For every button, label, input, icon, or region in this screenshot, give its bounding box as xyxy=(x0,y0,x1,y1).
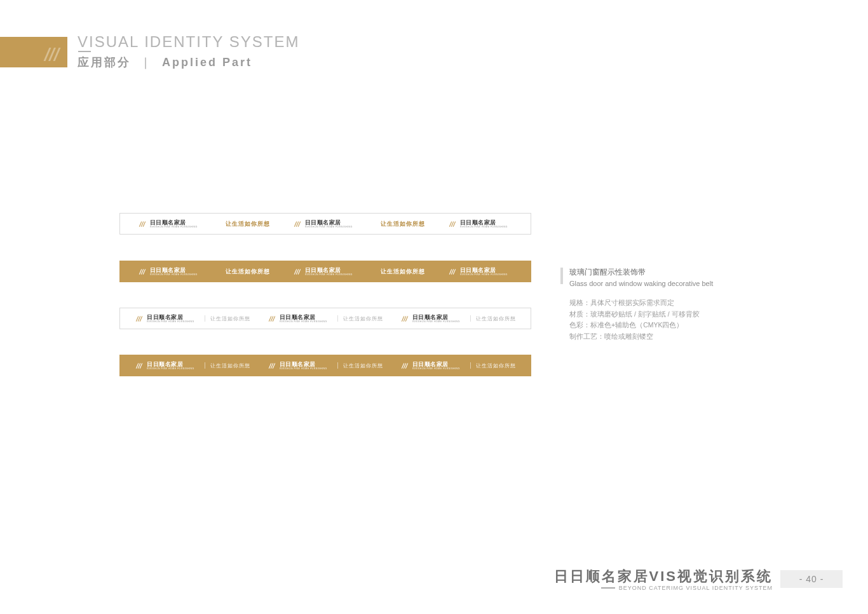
brand-logo: 日日顺名家居RIRISHUN FINE HOME FURNISHING xyxy=(138,219,203,228)
logo-slogan-unit: 日日顺名家居RIRISHUN FINE HOME FURNISHING 让生活如… xyxy=(135,361,250,370)
slogan-text: 让生活如你所想 xyxy=(476,315,516,322)
brand-mark-icon xyxy=(41,42,64,65)
slogan-text: 让生活如你所想 xyxy=(476,362,516,369)
brand-mark-icon xyxy=(268,314,276,323)
brand-mark-icon xyxy=(448,267,457,276)
slogan-text: 让生活如你所想 xyxy=(343,315,383,322)
footer-brand: 日日顺名家居VIS视觉识别系统 BEYOND CATERIMG VISUAL I… xyxy=(554,567,773,591)
logo-slogan-unit: 日日顺名家居RIRISHUN FINE HOME FURNISHING 让生活如… xyxy=(400,361,516,370)
brand-mark-icon xyxy=(138,219,147,228)
divider-icon xyxy=(337,362,338,369)
brand-mark-icon xyxy=(293,267,302,276)
page-footer: 日日顺名家居VIS视觉识别系统 BEYOND CATERIMG VISUAL I… xyxy=(521,567,868,591)
brand-mark-icon xyxy=(400,361,409,370)
logo-slogan-unit: 日日顺名家居RIRISHUN FINE HOME FURNISHING 让生活如… xyxy=(268,314,383,323)
brand-mark-icon xyxy=(138,267,147,276)
brand-mark-icon xyxy=(268,361,276,370)
brand-mark-icon xyxy=(135,314,144,323)
belt-style-a: 日日顺名家居RIRISHUN FINE HOME FURNISHING 让生活如… xyxy=(119,213,531,235)
header-title-sep: ｜ xyxy=(140,56,153,69)
brand-logo: 日日顺名家居RIRISHUN FINE HOME FURNISHING xyxy=(448,267,513,276)
header-title-cn: 应用部分 ｜ Applied Part xyxy=(78,55,252,70)
spec-line: 色彩：标准色+辅助色（CMYK四色） xyxy=(569,320,751,331)
logo-slogan-unit: 日日顺名家居RIRISHUN FINE HOME FURNISHING 让生活如… xyxy=(135,314,250,323)
brand-logo: 日日顺名家居RIRISHUN FINE HOME FURNISHING xyxy=(293,219,358,228)
header-rule xyxy=(78,51,91,52)
divider-icon xyxy=(205,315,205,322)
page-number: - 40 - xyxy=(780,570,843,588)
brand-mark-icon xyxy=(293,219,302,228)
slogan-text: 让生活如你所想 xyxy=(343,362,383,369)
spec-line: 制作工艺：喷绘或雕刻镂空 xyxy=(569,331,751,343)
brand-logo: 日日顺名家居RIRISHUN FINE HOME FURNISHING xyxy=(138,267,203,276)
slogan-text: 让生活如你所想 xyxy=(210,315,250,322)
header-title-sub: Applied Part xyxy=(162,56,252,69)
brand-mark-icon xyxy=(448,219,457,228)
header-title-en: VISUAL IDENTITY SYSTEM xyxy=(78,33,299,51)
spec-line: 规格：具体尺寸根据实际需求而定 xyxy=(569,297,751,309)
divider-icon xyxy=(205,362,205,369)
divider-icon xyxy=(337,315,338,322)
slogan-text: 让生活如你所想 xyxy=(226,220,270,228)
slogan-text: 让生活如你所想 xyxy=(381,220,425,228)
logo-slogan-unit: 日日顺名家居RIRISHUN FINE HOME FURNISHING 让生活如… xyxy=(268,361,383,370)
slogan-text: 让生活如你所想 xyxy=(210,362,250,369)
brand-mark-icon xyxy=(135,361,144,370)
footer-brand-cn: 日日顺名家居VIS视觉识别系统 xyxy=(554,567,773,586)
belt-style-d: 日日顺名家居RIRISHUN FINE HOME FURNISHING 让生活如… xyxy=(119,355,531,376)
brand-mark-icon xyxy=(400,314,409,323)
slogan-text: 让生活如你所想 xyxy=(381,268,425,276)
spec-title-en: Glass door and window waking decorative … xyxy=(569,278,751,290)
logo-slogan-unit: 日日顺名家居RIRISHUN FINE HOME FURNISHING 让生活如… xyxy=(400,314,516,323)
divider-icon xyxy=(470,315,471,322)
belt-style-c: 日日顺名家居RIRISHUN FINE HOME FURNISHING 让生活如… xyxy=(119,308,531,329)
slogan-text: 让生活如你所想 xyxy=(226,268,270,276)
spec-title-cn: 玻璃门窗醒示性装饰带 xyxy=(569,266,751,278)
brand-logo: 日日顺名家居RIRISHUN FINE HOME FURNISHING xyxy=(448,219,513,228)
spec-panel: 玻璃门窗醒示性装饰带 Glass door and window waking … xyxy=(560,266,751,343)
spec-accent-bar xyxy=(560,268,563,284)
brand-logo: 日日顺名家居RIRISHUN FINE HOME FURNISHING xyxy=(293,267,358,276)
header-title-cn-text: 应用部分 xyxy=(78,56,131,69)
spec-line: 材质：玻璃磨砂贴纸 / 刻字贴纸 / 可移背胶 xyxy=(569,309,751,320)
divider-icon xyxy=(470,362,471,369)
belt-style-b: 日日顺名家居RIRISHUN FINE HOME FURNISHING 让生活如… xyxy=(119,261,531,282)
